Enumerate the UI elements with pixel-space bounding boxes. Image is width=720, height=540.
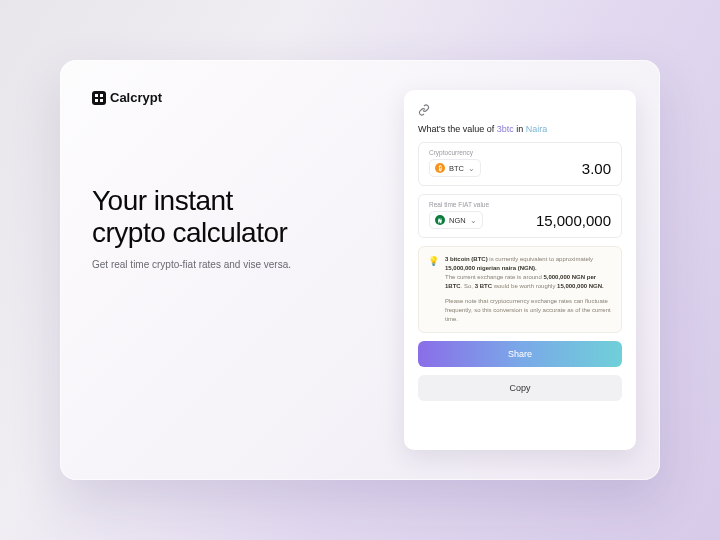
prompt-target: Naira bbox=[526, 124, 548, 134]
link-icon[interactable] bbox=[418, 104, 430, 116]
fiat-amount[interactable]: 15,000,000 bbox=[536, 212, 611, 229]
copy-button[interactable]: Copy bbox=[418, 375, 622, 401]
crypto-amount[interactable]: 3.00 bbox=[582, 160, 611, 177]
hero-title-line2: crypto calculator bbox=[92, 217, 287, 248]
crypto-symbol: BTC bbox=[449, 164, 464, 173]
brand-name: Calcrypt bbox=[110, 90, 162, 105]
crypto-currency-select[interactable]: BTC ⌄ bbox=[429, 159, 481, 177]
fiat-label: Real time FIAT value bbox=[429, 201, 611, 208]
info-box: 💡 3 bitcoin (BTC) is currently equivalen… bbox=[418, 246, 622, 333]
fiat-symbol: NGN bbox=[449, 216, 466, 225]
hero-title: Your instant crypto calculator bbox=[92, 185, 404, 249]
brand: Calcrypt bbox=[92, 90, 404, 105]
fiat-currency-select[interactable]: NGN ⌄ bbox=[429, 211, 483, 229]
crypto-field: Cryptocurrency BTC ⌄ 3.00 bbox=[418, 142, 622, 186]
ngn-icon bbox=[435, 215, 445, 225]
hero-section: Calcrypt Your instant crypto calculator … bbox=[92, 90, 404, 450]
prompt-text: What's the value of 3btc in Naira bbox=[418, 124, 622, 134]
hero-title-line1: Your instant bbox=[92, 185, 233, 216]
chevron-down-icon: ⌄ bbox=[468, 164, 475, 173]
brand-icon bbox=[92, 91, 106, 105]
hero-subtitle: Get real time crypto-fiat rates and vise… bbox=[92, 259, 404, 270]
share-button[interactable]: Share bbox=[418, 341, 622, 367]
fiat-field: Real time FIAT value NGN ⌄ 15,000,000 bbox=[418, 194, 622, 238]
app-window: Calcrypt Your instant crypto calculator … bbox=[60, 60, 660, 480]
btc-icon bbox=[435, 163, 445, 173]
info-note: Please note that cryptocurrency exchange… bbox=[445, 297, 612, 324]
calculator-card: What's the value of 3btc in Naira Crypto… bbox=[404, 90, 636, 450]
lightbulb-icon: 💡 bbox=[428, 255, 439, 324]
prompt-amount: 3btc bbox=[497, 124, 514, 134]
chevron-down-icon: ⌄ bbox=[470, 216, 477, 225]
crypto-label: Cryptocurrency bbox=[429, 149, 611, 156]
